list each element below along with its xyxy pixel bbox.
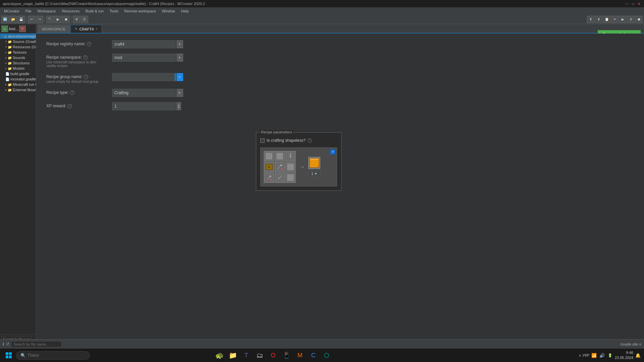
tab-craft4-close[interactable]: × (96, 27, 98, 31)
toolbar-stop[interactable]: ⏹ (62, 16, 70, 23)
taskbar-app-phone[interactable]: 📱 (280, 349, 292, 361)
tab-craft4[interactable]: ✎ CRAFT4 × (70, 25, 102, 33)
grid-cell-1-0[interactable] (264, 162, 274, 172)
sidebar-item-source[interactable]: ▾ 📁 Source (Gradle) (0, 39, 36, 44)
menu-resources[interactable]: Resources (59, 8, 82, 14)
grid-cell-2-1[interactable] (275, 173, 285, 183)
crafting-grid: ✕ ✕ (263, 150, 296, 183)
sidebar-item-mcreator-gradle[interactable]: 📄 mcreator.gradle (0, 76, 36, 82)
menu-tools[interactable]: Tools (107, 8, 121, 14)
taskbar-app-files[interactable]: 📁 (227, 349, 239, 361)
group-name-input[interactable] (112, 73, 176, 81)
recipe-type-dropdown[interactable]: ▾ (176, 89, 183, 97)
taskbar-app-mcreator[interactable]: M (294, 349, 306, 361)
recipe-type-input[interactable] (112, 89, 176, 97)
toolbar-undo[interactable]: ↩ (28, 16, 35, 23)
taskbar-app-opera[interactable]: O (267, 349, 279, 361)
windows-search-bar[interactable]: 🔍 (16, 351, 90, 360)
taskbar-app-chrome[interactable]: C (307, 349, 319, 361)
menu-file[interactable]: File (23, 8, 34, 14)
menu-build-run[interactable]: Build & run (83, 8, 106, 14)
taskbar-app-explorer[interactable]: 🐢 (213, 349, 225, 361)
toolbar-run[interactable]: ▶ (54, 16, 62, 23)
windows-search-input[interactable] (28, 353, 82, 358)
result-cell[interactable]: ✕ (308, 157, 320, 169)
grid-cell-1-2[interactable] (285, 162, 296, 172)
tray-volume[interactable]: 🔊 (599, 352, 605, 359)
taskbar-app-folder[interactable]: 🗂 (254, 349, 266, 361)
grid-cell-1-1[interactable]: ✕ (275, 162, 285, 172)
namespace-input[interactable] (112, 54, 176, 62)
sidebar-item-external-libraries[interactable]: ▸ 📁 External libraries (0, 87, 36, 93)
menu-help[interactable]: Help (178, 8, 192, 14)
group-name-help-icon[interactable]: ? (84, 75, 88, 79)
grid-cell-2-0[interactable]: ✕ (264, 173, 274, 183)
result-count-box[interactable]: 1 ✦ (308, 170, 320, 177)
sidebar-item-minecraft-run[interactable]: ▸ 📁 Minecraft run folde... (0, 82, 36, 87)
group-name-dropdown[interactable]: ▾ (176, 73, 183, 81)
right-toolbar-btn2[interactable]: ⬇ (595, 16, 602, 23)
registry-name-dropdown[interactable]: ▾ (176, 40, 183, 48)
registry-name-help-icon[interactable]: ? (87, 42, 91, 46)
recipe-type-help-icon[interactable]: ? (70, 90, 74, 95)
namespace-help-icon[interactable]: ? (83, 55, 88, 60)
tray-battery[interactable]: 🔋 (607, 352, 613, 359)
namespace-input-wrap: ▾ (112, 54, 183, 62)
shapeless-help-icon[interactable]: ? (308, 138, 312, 143)
close-button[interactable]: ✕ (637, 1, 641, 6)
sidebar-item-models[interactable]: ▸ 📁 Models (0, 66, 36, 71)
sidebar-item-project[interactable]: ▾ 🗂 apocalypsemagicba (0, 34, 36, 39)
xp-reward-spinner-up[interactable]: ▲ ▼ (176, 102, 181, 110)
right-toolbar-btn4[interactable]: ✏ (611, 16, 619, 23)
sidebar-item-sounds[interactable]: ▸ 📁 Sounds (0, 55, 36, 60)
sidebar-add-label[interactable]: Add... (9, 27, 18, 31)
right-toolbar-btn1[interactable]: ⬆ (587, 16, 594, 23)
folder-icon: 📁 (8, 88, 12, 92)
grid-cell-0-1[interactable] (275, 151, 285, 161)
sidebar-remove-button[interactable]: ✕ (19, 25, 26, 32)
sidebar-label: Resources (Gradi... (13, 45, 36, 49)
tray-notification[interactable]: 🔔 (635, 352, 641, 359)
menu-window[interactable]: Window (159, 8, 178, 14)
result-remove-icon[interactable]: ✕ (317, 165, 319, 168)
menu-workspace[interactable]: Workspace (35, 8, 59, 14)
grid-cell-2-2[interactable] (285, 173, 296, 183)
grid-cell-0-2[interactable] (285, 151, 296, 161)
toolbar-redo[interactable]: ↪ (36, 16, 43, 23)
maximize-button[interactable]: □ (631, 1, 635, 6)
tab-workspace[interactable]: WORKSPACE (38, 25, 70, 33)
crafting-clear-button[interactable]: ↺ (330, 149, 335, 155)
right-toolbar-btn7[interactable]: ⏹ (635, 16, 643, 23)
taskbar-app-teams[interactable]: T (240, 349, 252, 361)
right-toolbar-btn3[interactable]: 📋 (603, 16, 610, 23)
taskbar-app-extra[interactable]: ⬡ (321, 349, 333, 361)
windows-start-button[interactable] (3, 349, 15, 361)
shapeless-checkbox[interactable] (260, 138, 265, 143)
grid-cell-0-0[interactable] (264, 151, 274, 161)
menu-remote-workspace[interactable]: Remote workspace (121, 8, 158, 14)
tray-wifi[interactable]: 📶 (591, 352, 597, 359)
win-clock[interactable]: 9:46 23.05.2024 (615, 350, 633, 361)
toolbar-open[interactable]: 📂 (9, 16, 17, 23)
menu-mcreator[interactable]: MCreator (1, 8, 22, 14)
minimize-button[interactable]: ─ (625, 1, 629, 6)
toolbar-gradle[interactable]: G (81, 16, 88, 23)
sidebar-item-structures[interactable]: ▸ 📁 Structures (0, 60, 36, 66)
sidebar-item-textures[interactable]: ▸ 📁 Textures (0, 50, 36, 55)
right-toolbar-btn6[interactable]: ⏸ (627, 16, 635, 23)
xp-reward-input[interactable] (112, 102, 176, 110)
sidebar-item-resources[interactable]: ▾ 📁 Resources (Gradi... (0, 44, 36, 50)
toolbar-save[interactable]: 💾 (17, 16, 25, 23)
toolbar-build[interactable]: 🔨 (46, 16, 54, 23)
sidebar-add-button[interactable]: + (1, 25, 8, 32)
right-toolbar-btn5[interactable]: ▶ (619, 16, 627, 23)
tray-arrow[interactable]: ∧ (579, 353, 581, 358)
tray-ukr[interactable]: УКР (583, 352, 589, 359)
statusbar-search-input[interactable] (11, 341, 61, 347)
sidebar-item-build-gradle[interactable]: 📄 build.gradle (0, 71, 36, 76)
registry-name-input[interactable] (112, 40, 176, 48)
namespace-dropdown[interactable]: ▾ (176, 54, 183, 62)
toolbar-new[interactable]: 🆕 (1, 16, 9, 23)
xp-reward-help-icon[interactable]: ? (67, 104, 72, 108)
toolbar-settings[interactable]: ⚙ (73, 16, 80, 23)
